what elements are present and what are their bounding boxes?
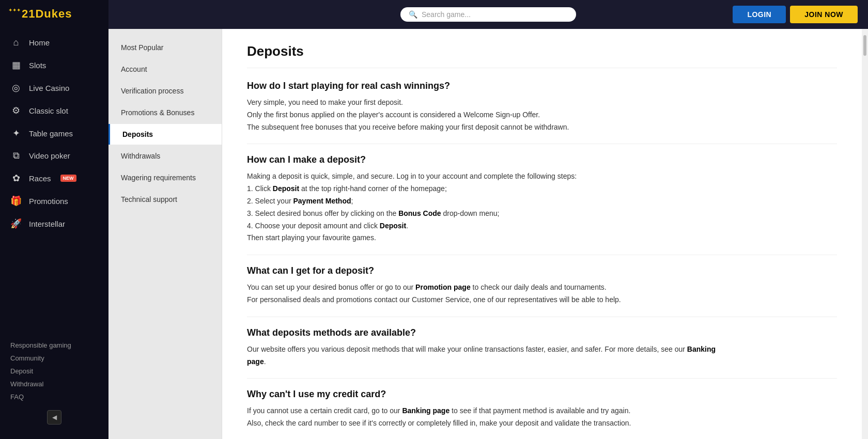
table-games-icon: ✦ [10,128,22,139]
content-area: Most Popular Account Verification proces… [109,29,868,439]
logo-stars: ✦✦✦ [8,7,21,13]
nav-items: ⌂ Home ▦ Slots ◎ Live Casino ⚙ Classic s… [0,28,109,336]
sidebar-item-promotions[interactable]: 🎁 Promotions [0,190,109,212]
faq-section-deposit-methods: What deposits methods are available? Our… [247,327,837,368]
new-badge: NEW [60,175,76,182]
sidebar-footer: Responsible gaming Community Deposit Wit… [0,336,109,439]
search-icon: 🔍 [409,10,417,19]
sidebar-item-label: Home [29,38,50,47]
faq-section-get-for-deposit: What can I get for a deposit? You can se… [247,265,837,306]
top-right-buttons: LOGIN JOIN NOW [733,6,858,23]
faq-question-3: What can I get for a deposit? [247,265,837,276]
sidebar-item-label: Races [29,174,51,183]
sidebar-item-label: Table games [29,129,73,138]
slots-icon: ▦ [10,59,22,71]
video-poker-icon: ⧉ [10,150,22,161]
classic-slot-icon: ⚙ [10,105,22,116]
footer-withdrawal[interactable]: Withdrawal [10,380,98,388]
faq-answer-2: Making a deposit is quick, simple, and s… [247,170,837,244]
logo[interactable]: ✦✦✦ 21Dukes [8,7,72,21]
interstellar-icon: 🚀 [10,218,22,229]
faq-section-start-playing: How do I start playing for real cash win… [247,81,837,133]
sidebar-item-label: Interstellar [29,220,65,228]
sidebar-item-slots[interactable]: ▦ Slots [0,54,109,76]
faq-answer-1: Very simple, you need to make your first… [247,97,837,133]
sidebar-item-races[interactable]: ✿ Races NEW [0,167,109,189]
footer-deposit[interactable]: Deposit [10,367,98,375]
collapse-sidebar-button[interactable]: ◀ [47,410,61,425]
scrollbar-track[interactable] [862,29,868,439]
faq-question-2: How can I make a deposit? [247,154,837,165]
login-button[interactable]: LOGIN [733,6,786,23]
search-bar[interactable]: 🔍 Search game... [400,7,576,22]
topbar: 🔍 Search game... LOGIN JOIN NOW [109,0,868,29]
footer-community[interactable]: Community [10,354,98,362]
sidebar-item-table-games[interactable]: ✦ Table games [0,122,109,144]
left-menu-account[interactable]: Account [109,59,222,80]
footer-responsible-gaming[interactable]: Responsible gaming [10,341,98,349]
faq-question-4: What deposits methods are available? [247,327,837,338]
left-menu-technical-support[interactable]: Technical support [109,189,222,210]
sidebar-item-label: Promotions [29,197,68,206]
faq-answer-5: If you cannot use a certain credit card,… [247,405,837,430]
sidebar: ✦✦✦ 21Dukes ⌂ Home ▦ Slots ◎ Live Casino… [0,0,109,439]
search-placeholder: Search game... [422,10,471,19]
promotions-icon: 🎁 [10,195,22,207]
home-icon: ⌂ [10,37,22,48]
logo-area: ✦✦✦ 21Dukes [0,0,109,28]
sidebar-item-home[interactable]: ⌂ Home [0,32,109,53]
left-menu-verification[interactable]: Verification process [109,81,222,101]
article-title: Deposits [247,43,837,68]
left-menu-most-popular[interactable]: Most Popular [109,37,222,58]
left-menu-withdrawals[interactable]: Withdrawals [109,146,222,166]
faq-section-make-deposit: How can I make a deposit? Making a depos… [247,154,837,244]
main-area: 🔍 Search game... LOGIN JOIN NOW Most Pop… [109,0,868,439]
sidebar-item-label: Classic slot [29,106,68,115]
sidebar-item-interstellar[interactable]: 🚀 Interstellar [0,213,109,234]
sidebar-item-live-casino[interactable]: ◎ Live Casino [0,77,109,99]
left-menu-promotions-bonuses[interactable]: Promotions & Bonuses [109,102,222,123]
sidebar-item-label: Live Casino [29,84,69,92]
logo-text: 21Dukes [22,7,72,21]
faq-section-credit-card: Why can't I use my credit card? If you c… [247,389,837,430]
faq-answer-3: You can set up your desired bonus offer … [247,281,837,306]
article-panel: Deposits How do I start playing for real… [222,29,862,439]
sidebar-item-classic-slot[interactable]: ⚙ Classic slot [0,100,109,121]
scrollbar-thumb [863,35,866,56]
sidebar-item-video-poker[interactable]: ⧉ Video poker [0,145,109,166]
left-menu-wagering[interactable]: Wagering requirements [109,167,222,188]
faq-question-5: Why can't I use my credit card? [247,389,837,400]
sidebar-item-label: Video poker [29,151,70,160]
footer-faq[interactable]: FAQ [10,393,98,401]
left-menu-deposits[interactable]: Deposits [109,124,222,145]
races-icon: ✿ [10,173,22,184]
left-menu: Most Popular Account Verification proces… [109,29,222,439]
join-button[interactable]: JOIN NOW [790,6,858,23]
sidebar-item-label: Slots [29,61,46,70]
faq-answer-4: Our website offers you various deposit m… [247,343,837,368]
live-casino-icon: ◎ [10,82,22,93]
faq-question-1: How do I start playing for real cash win… [247,81,837,91]
